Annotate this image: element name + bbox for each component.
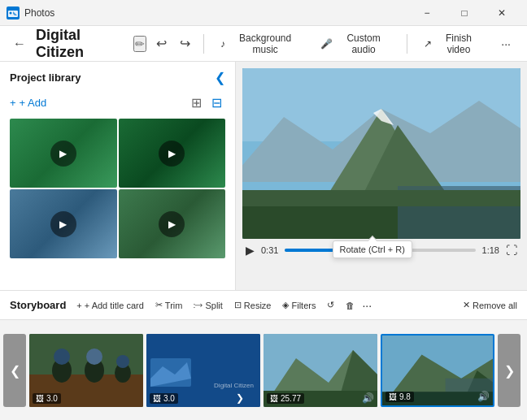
background-music-button[interactable]: ♪ Background music — [214, 29, 308, 58]
split-button[interactable]: ⧴ Split — [189, 298, 226, 312]
svg-rect-12 — [242, 190, 520, 206]
svg-point-16 — [54, 349, 70, 365]
media-grid: ▶ ▶ ▶ ▶ — [0, 119, 235, 268]
add-title-card-button[interactable]: + + Add title card — [72, 299, 148, 312]
fullscreen-button[interactable]: ⛶ — [506, 244, 517, 257]
window-controls: − □ ✕ — [408, 0, 520, 26]
app-name: Photos — [24, 7, 408, 19]
close-button[interactable]: ✕ — [483, 0, 520, 26]
export-icon: ↗ — [424, 38, 432, 50]
image-icon: 🖼 — [270, 394, 278, 403]
add-media-button[interactable]: + + Add — [10, 97, 46, 109]
storyboard-more-button[interactable]: ··· — [362, 299, 372, 312]
time-total: 1:18 — [482, 245, 499, 255]
playback-controls: ▶ 0:31 Rotate (Ctrl + R) 1:18 ⛶ — [242, 239, 520, 262]
titlebar: Photos − □ ✕ — [0, 0, 527, 26]
progress-bar[interactable]: Rotate (Ctrl + R) — [285, 249, 475, 252]
preview-scene — [242, 68, 520, 239]
top-toolbar: ← Digital Citizen ✏ ↩ ↪ ♪ Background mus… — [0, 26, 527, 62]
rotate-icon: ↺ — [327, 300, 334, 310]
right-panel: ▶ 0:31 Rotate (Ctrl + R) 1:18 ⛶ — [236, 62, 527, 290]
remove-all-button[interactable]: ✕ Remove all — [463, 300, 517, 310]
clip-4[interactable]: 🖼 9.8 🔊 — [381, 334, 494, 407]
image-icon: 🖼 — [389, 392, 397, 401]
photos-icon — [7, 6, 20, 19]
delete-clip-button[interactable]: 🗑 — [342, 299, 359, 312]
play-overlay-1: ▶ — [50, 141, 76, 167]
app-body: ← Digital Citizen ✏ ↩ ↪ ♪ Background mus… — [0, 26, 527, 420]
maximize-button[interactable]: □ — [446, 0, 483, 26]
left-panel: Project library ❮ + + Add ⊞ ⊟ ▶ ▶ — [0, 62, 236, 290]
grid-view-button[interactable]: ⊞ — [188, 93, 205, 112]
view-toggles: ⊞ ⊟ — [188, 93, 225, 112]
resize-button[interactable]: ⊡ Resize — [230, 298, 276, 312]
storyboard-toolbar: Storyboard + + Add title card ✂ Trim ⧴ S… — [0, 291, 527, 320]
redo-button[interactable]: ↪ — [176, 32, 194, 54]
play-overlay-4: ▶ — [159, 211, 185, 237]
list-view-button[interactable]: ⊟ — [208, 93, 225, 112]
time-current: 0:31 — [261, 245, 278, 255]
add-bar: + + Add ⊞ ⊟ — [0, 90, 235, 119]
tooltip-text: Rotate (Ctrl + R) — [339, 245, 404, 254]
play-overlay-3: ▶ — [50, 211, 76, 237]
trim-icon: ✂ — [155, 300, 163, 310]
clip-2-duration: 🖼 3.0 — [150, 393, 178, 404]
scroll-left-button[interactable]: ❮ — [3, 334, 26, 407]
filters-icon: ◈ — [282, 300, 289, 310]
svg-point-18 — [86, 349, 102, 365]
rotate-tooltip: Rotate (Ctrl + R) — [332, 240, 412, 258]
clip-3[interactable]: 🖼 25.77 🔊 — [264, 334, 377, 407]
play-button[interactable]: ▶ — [246, 244, 255, 257]
image-icon: 🖼 — [153, 394, 161, 403]
storyboard-label: Storyboard — [10, 299, 66, 311]
svg-point-2 — [10, 11, 12, 14]
project-title: Digital Citizen — [36, 27, 124, 61]
close-icon: ✕ — [463, 300, 470, 310]
panel-header: Project library ❮ — [0, 62, 235, 90]
trash-icon: 🗑 — [346, 301, 355, 310]
finish-video-button[interactable]: ↗ Finish video — [417, 29, 489, 58]
clip-1[interactable]: 🖼 3.0 — [29, 334, 143, 407]
clip-1-duration: 🖼 3.0 — [33, 393, 61, 404]
clip-4-duration: 🖼 9.8 — [385, 392, 414, 402]
toolbar-separator2 — [407, 34, 407, 54]
image-icon: 🖼 — [36, 394, 44, 403]
resize-icon: ⊡ — [234, 300, 242, 310]
split-icon: ⧴ — [194, 300, 203, 310]
audio-icon: 🎤 — [320, 38, 333, 50]
media-thumbnail-4[interactable]: ▶ — [119, 189, 226, 258]
video-preview — [242, 68, 520, 239]
collapse-panel-button[interactable]: ❮ — [215, 70, 225, 85]
plus-icon: + — [76, 301, 81, 310]
toolbar-separator — [203, 34, 204, 54]
clip-3-audio: 🔊 — [362, 392, 374, 404]
play-overlay-2: ▶ — [159, 141, 185, 167]
clip-3-duration: 🖼 25.77 — [267, 393, 304, 404]
undo-button[interactable]: ↩ — [153, 32, 170, 54]
edit-title-button[interactable]: ✏ — [133, 36, 146, 52]
music-icon: ♪ — [220, 38, 225, 50]
filters-button[interactable]: ◈ Filters — [278, 298, 320, 312]
plus-icon: + — [10, 97, 16, 109]
minimize-button[interactable]: − — [408, 0, 446, 26]
trim-button[interactable]: ✂ Trim — [151, 298, 187, 312]
more-options-button[interactable]: ··· — [494, 34, 517, 54]
clip-2-indicator: ❯ — [236, 392, 244, 404]
panel-title: Project library — [10, 71, 81, 84]
media-thumbnail-1[interactable]: ▶ — [10, 119, 117, 188]
clip-4-audio: 🔊 — [477, 391, 490, 402]
content-area: Project library ❮ + + Add ⊞ ⊟ ▶ ▶ — [0, 62, 527, 290]
clip-2-watermark: Digital Citizen — [214, 382, 254, 389]
custom-audio-button[interactable]: 🎤 Custom audio — [314, 29, 396, 58]
clip-2[interactable]: 🖼 3.0 Digital Citizen ❯ — [146, 334, 260, 407]
back-button[interactable]: ← — [10, 33, 29, 54]
storyboard-area: Storyboard + + Add title card ✂ Trim ⧴ S… — [0, 290, 527, 420]
svg-point-20 — [116, 355, 129, 368]
scroll-right-button[interactable]: ❯ — [498, 334, 520, 407]
media-thumbnail-3[interactable]: ▶ — [10, 189, 117, 258]
media-thumbnail-2[interactable]: ▶ — [119, 119, 226, 188]
rotate-button[interactable]: ↺ — [323, 298, 338, 312]
storyboard-clips: ❮ 🖼 3.0 — [0, 320, 527, 420]
